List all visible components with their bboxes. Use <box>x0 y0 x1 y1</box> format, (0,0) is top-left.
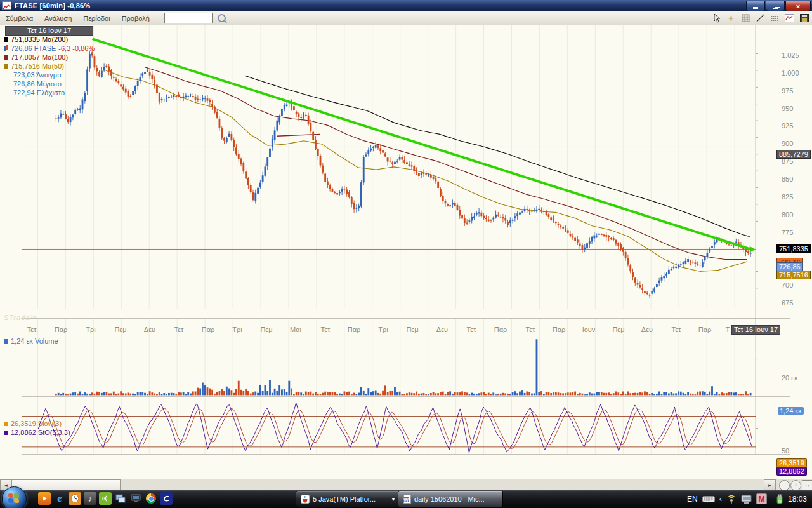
close-button[interactable]: × <box>785 1 811 11</box>
x-axis-label: Ιουν <box>582 326 596 333</box>
wireless-icon[interactable] <box>726 495 737 504</box>
svg-text:W: W <box>403 497 409 503</box>
x-axis-label: Δευ <box>144 326 155 333</box>
price-tick-label: 675 <box>782 299 793 307</box>
chart-tool-icon[interactable] <box>784 13 795 23</box>
volume-legend-marker <box>4 339 8 344</box>
price-tick-label: 900 <box>782 140 793 147</box>
symbol-search-input[interactable] <box>164 13 213 23</box>
volume-axis-label: 20 εκ <box>782 374 798 382</box>
ie-icon[interactable]: e <box>53 492 66 505</box>
keyboard-icon[interactable] <box>702 495 715 503</box>
price-tick-label: 825 <box>782 193 793 201</box>
x-axis-label: Δευ <box>641 326 653 333</box>
menu-bar: ΣύμβολαΑνάλυσηΠερίοδοιΠροβολή <box>0 11 812 26</box>
clock-icon[interactable] <box>69 492 81 505</box>
tray-chevron-icon[interactable]: ‹ <box>719 494 722 504</box>
windows-logo-icon <box>8 493 20 504</box>
price-tick-label: 925 <box>782 122 793 130</box>
volume-current-flag: 1,24 εκ <box>778 407 804 415</box>
taskbar-window-word[interactable]: W daily 15062010 - Mic... <box>398 491 503 507</box>
x-axis-label: Τετ <box>321 326 331 333</box>
price-tick-label: 1.025 <box>782 51 799 59</box>
horizontal-scrollbar: ◄ ► − + ↔ <box>0 479 812 490</box>
window-switcher-icon[interactable] <box>114 492 127 505</box>
x-axis-label: Τετ <box>672 326 681 333</box>
price-tick-label: 800 <box>782 211 793 218</box>
grid-tool-icon[interactable] <box>740 13 751 23</box>
blue-c-icon[interactable] <box>160 492 173 505</box>
legend-row: 751,8335 Μα(200) <box>4 36 68 43</box>
menu-item-Περίοδοι[interactable]: Περίοδοι <box>77 13 115 24</box>
window-title: FTASE [60min] -0,86% <box>15 2 90 10</box>
display-icon[interactable] <box>741 495 752 504</box>
legend-row: 722,94 Ελάχιστο <box>4 89 65 97</box>
watermark: STrada™ <box>4 314 37 321</box>
price-tick-label: 950 <box>782 105 793 112</box>
x-axis-label: Τετ <box>27 326 37 333</box>
volume-legend: 1,24 εκ Volume <box>4 337 58 345</box>
x-axis-label: Παρ <box>553 326 566 333</box>
search-icon[interactable] <box>218 14 226 22</box>
legend-row: 723,03 Άνοιγμα <box>4 71 62 79</box>
application-window: FTASE [60min] -0,86% × ΣύμβολαΑνάλυσηΠερ… <box>0 0 812 508</box>
crosshair-tool-icon[interactable]: + <box>726 13 737 23</box>
price-flag: 885,7279 <box>776 150 811 159</box>
java-icon <box>301 495 310 504</box>
x-axis-label: Τετ <box>467 326 476 333</box>
price-tick-label: 850 <box>782 175 793 183</box>
power-icon[interactable] <box>775 494 783 504</box>
system-tray: EN ‹ M 18:03 <box>687 490 812 508</box>
x-axis-label: Τ <box>726 326 730 333</box>
legend-row: 726,86 FTASE -6,3 -0,86% <box>4 44 95 52</box>
music-icon[interactable]: ♪ <box>84 492 96 505</box>
media-player-icon[interactable] <box>38 492 51 505</box>
drawing-toolbar: + <box>711 13 809 23</box>
x-axis-label: Πεμ <box>260 326 272 333</box>
chart-surface[interactable] <box>0 25 812 479</box>
x-axis-date-flag: Τετ 16 Ιουν 17 <box>731 325 780 335</box>
x-axis-label: Δευ <box>436 326 448 333</box>
stoch-legend-sto: 12,8862 StO(5,3,3) <box>4 429 70 436</box>
line-tool-icon[interactable] <box>755 13 766 23</box>
x-axis-label: Πεμ <box>406 326 418 333</box>
x-axis-label: Τετ <box>526 326 535 333</box>
app-icon <box>2 1 11 10</box>
chrome-icon[interactable] <box>145 492 157 505</box>
restore-button[interactable] <box>766 1 785 11</box>
start-button[interactable] <box>2 486 27 508</box>
menu-item-Σύμβολα[interactable]: Σύμβολα <box>0 13 39 24</box>
x-axis-label: Τρι <box>86 326 95 333</box>
menu-item-Ανάλυση[interactable]: Ανάλυση <box>39 13 77 24</box>
monitor-icon[interactable] <box>129 492 142 505</box>
legend-row: 717,8057 Μα(100) <box>4 53 68 61</box>
x-axis-label: Παρ <box>202 326 215 333</box>
price-tick-label: 975 <box>782 87 793 95</box>
chart-area: Τετ 16 Ιουν 17 751,8335 Μα(200)726,86 FT… <box>0 25 812 479</box>
price-tick-label: 700 <box>782 281 793 289</box>
price-tick-label: 1.000 <box>782 69 799 77</box>
x-axis-label: Παρ <box>348 326 361 333</box>
stoch-mid-label: 50 <box>782 447 789 455</box>
x-axis-label: Τετ <box>174 326 184 333</box>
minimize-button[interactable] <box>746 1 765 11</box>
pattern-tool-icon[interactable] <box>769 13 780 23</box>
stoch-slow-flag: 26,3519 <box>776 458 807 467</box>
x-axis-label: Μαι <box>290 326 301 333</box>
tray-language[interactable]: EN <box>687 495 698 504</box>
pointer-tool-icon[interactable] <box>711 13 722 23</box>
taskbar-clock[interactable]: 18:03 <box>788 495 807 504</box>
word-icon: W <box>403 495 411 504</box>
chevron-down-icon[interactable]: ▼ <box>391 497 396 502</box>
save-icon[interactable] <box>799 13 809 23</box>
date-tooltip: Τετ 16 Ιουν 17 <box>5 26 93 36</box>
x-axis-label: Παρ <box>494 326 508 333</box>
x-axis-label: Παρ <box>55 326 68 333</box>
menu-item-Προβολή[interactable]: Προβολή <box>116 13 155 24</box>
mcafee-icon[interactable]: M <box>756 493 767 504</box>
price-flag: 715,7516 <box>776 271 811 279</box>
green-audio-icon[interactable] <box>99 492 112 505</box>
price-tick-label: 775 <box>782 229 793 236</box>
x-axis-label: Πεμ <box>612 326 624 333</box>
taskbar-window-java[interactable]: 5 Java(TM) Platfor... ▼ <box>296 491 401 507</box>
